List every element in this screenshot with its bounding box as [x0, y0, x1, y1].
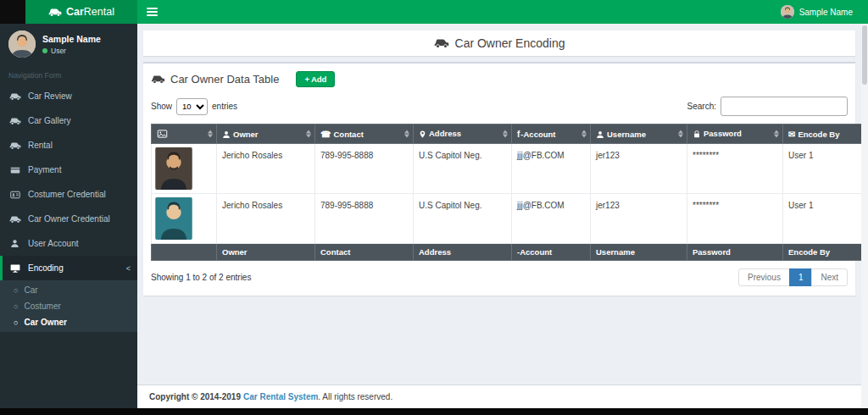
owner-cell: Jericho Rosales — [217, 194, 315, 244]
sort-icon — [404, 130, 409, 138]
add-button-label: Add — [311, 75, 326, 84]
column-label: Username — [607, 130, 646, 139]
address-cell: U.S Capitol Neg. — [414, 144, 512, 194]
col-username-header[interactable]: Username — [591, 125, 687, 144]
submenu-item-label: Car — [24, 285, 37, 295]
col-password-header[interactable]: Password — [687, 125, 783, 144]
sort-icon — [774, 130, 779, 138]
page-footer: Copyright © 2014-2019 Car Rental System … — [137, 385, 861, 408]
table-row: Jericho Rosales 789-995-8888 U.S Capitol… — [152, 144, 862, 194]
car-icon — [8, 92, 21, 101]
sidebar-item-label: User Account — [28, 239, 78, 248]
owner-photo — [155, 147, 192, 190]
next-page-button[interactable]: Next — [811, 268, 848, 286]
footer-column-label: Password — [687, 244, 783, 261]
search-control: Search: — [687, 97, 848, 116]
submenu-item-car-owner[interactable]: ○ Car Owner — [0, 314, 137, 330]
account-cell: jjj@FB.COM — [512, 144, 591, 194]
rights-text: . All rights reserved. — [318, 392, 392, 401]
table-footer-row: Owner Contact Address -Account Username … — [152, 244, 862, 261]
encoding-submenu: ○ Car ○ Costumer ○ Car Owner — [0, 280, 137, 332]
sidebar-item-encoding[interactable]: Encoding < — [0, 256, 137, 280]
username-cell: jer123 — [591, 194, 687, 244]
sidebar-item-car-gallery[interactable]: Car Gallery — [0, 108, 137, 133]
col-contact-header[interactable]: ☎Contact — [315, 125, 414, 144]
brand-logo[interactable]: CarRental — [25, 0, 137, 24]
page-1-button[interactable]: 1 — [789, 268, 813, 286]
sidebar-item-car-review[interactable]: Car Review — [0, 84, 137, 108]
sort-icon — [306, 130, 311, 138]
user-icon — [222, 130, 231, 139]
main-content: Car Owner Encoding Car Owner Data Table … — [137, 24, 861, 385]
sidebar-item-rental[interactable]: Rental — [0, 133, 137, 158]
account-cell: jjj@FB.COM — [512, 194, 591, 244]
col-address-header[interactable]: Address — [414, 125, 512, 144]
col-encode-by-header[interactable]: ✉Encode By — [783, 125, 862, 144]
column-label: Password — [704, 129, 742, 138]
show-label: Show — [151, 102, 172, 111]
owner-cell: Jericho Rosales — [217, 144, 315, 194]
phone-icon: ☎ — [320, 130, 331, 139]
col-account-header[interactable]: f-Account — [512, 125, 591, 144]
sidebar-toggle-button[interactable] — [137, 0, 166, 24]
topbar-user-menu[interactable]: Sample Name — [772, 0, 861, 24]
facebook-icon: f — [517, 130, 520, 139]
col-owner-header[interactable]: Owner — [217, 125, 315, 144]
brand-bold: Car — [66, 6, 84, 18]
sidebar-item-label: Rental — [28, 141, 53, 150]
footer-brand-link[interactable]: Car Rental System — [243, 392, 318, 401]
scrollbar-thumb[interactable] — [862, 25, 867, 85]
sidebar-item-label: Encoding — [28, 263, 64, 273]
sidebar-menu: Car Review Car Gallery Rental Payment Co… — [0, 84, 137, 332]
table-header-row: Owner ☎Contact Address f-Account — [152, 125, 862, 144]
sort-icon — [581, 130, 587, 138]
encode-by-cell: User 1 — [783, 194, 862, 244]
circle-o-icon: ○ — [14, 302, 18, 311]
entries-label: entries — [212, 102, 237, 111]
col-photo-header[interactable] — [152, 125, 217, 144]
entries-select[interactable]: 10 — [176, 98, 208, 115]
credit-card-icon — [8, 165, 21, 175]
table-info-bar: Showing 1 to 2 of 2 entries Previous 1 N… — [151, 268, 848, 286]
top-navbar: CarRental Sample Name — [0, 0, 868, 24]
column-label: Contact — [333, 130, 363, 139]
id-card-icon — [8, 190, 21, 200]
footer-column-label: Username — [591, 244, 687, 261]
car-icon — [8, 141, 21, 150]
previous-page-button[interactable]: Previous — [738, 268, 790, 286]
sidebar-item-label: Payment — [28, 165, 61, 174]
sidebar-item-car-owner-credential[interactable]: Car Owner Credential — [0, 207, 137, 231]
sidebar-item-user-account[interactable]: User Account — [0, 231, 137, 256]
envelope-icon: ✉ — [788, 130, 795, 139]
copyright-text: Copyright © 2014-2019 — [149, 392, 241, 401]
submenu-item-label: Car Owner — [24, 318, 67, 327]
sidebar-user-status[interactable]: User — [42, 47, 101, 55]
search-input[interactable] — [721, 97, 848, 116]
circle-o-icon: ○ — [14, 286, 18, 295]
window-corner — [0, 0, 25, 24]
map-pin-icon — [419, 130, 426, 139]
sidebar-item-costumer-credential[interactable]: Costumer Credential — [0, 182, 137, 207]
plus-icon: + — [304, 75, 309, 84]
sidebar-user-panel: Sample Name User — [0, 24, 137, 64]
photo-cell — [152, 194, 217, 244]
footer-column-label: Address — [414, 244, 512, 261]
avatar — [8, 30, 36, 58]
submenu-item-car[interactable]: ○ Car — [0, 282, 137, 298]
user-status-label: User — [51, 47, 66, 55]
table-controls: Show 10 entries Search: — [151, 97, 848, 116]
navbar-main: Sample Name — [137, 0, 868, 24]
column-label: Encode By — [798, 130, 839, 139]
submenu-item-costumer[interactable]: ○ Costumer — [0, 298, 137, 314]
sidebar-item-label: Costumer Credential — [28, 190, 106, 199]
app-window: CarRental Sample Name Sample Name — [0, 0, 868, 408]
user-icon — [596, 130, 604, 139]
add-button[interactable]: + Add — [296, 71, 335, 87]
chevron-left-icon: < — [126, 264, 131, 273]
avatar — [781, 5, 794, 19]
password-cell: ******** — [687, 194, 783, 244]
address-cell: U.S Capitol Neg. — [414, 194, 512, 244]
topbar-user-name: Sample Name — [799, 8, 853, 17]
vertical-scrollbar[interactable] — [861, 24, 868, 408]
sidebar-item-payment[interactable]: Payment — [0, 158, 137, 182]
